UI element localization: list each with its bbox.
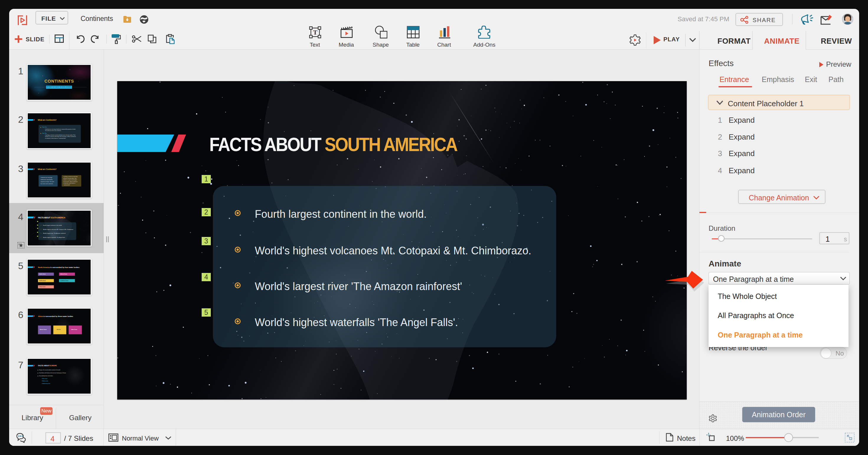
svg-text:T: T (313, 29, 317, 36)
